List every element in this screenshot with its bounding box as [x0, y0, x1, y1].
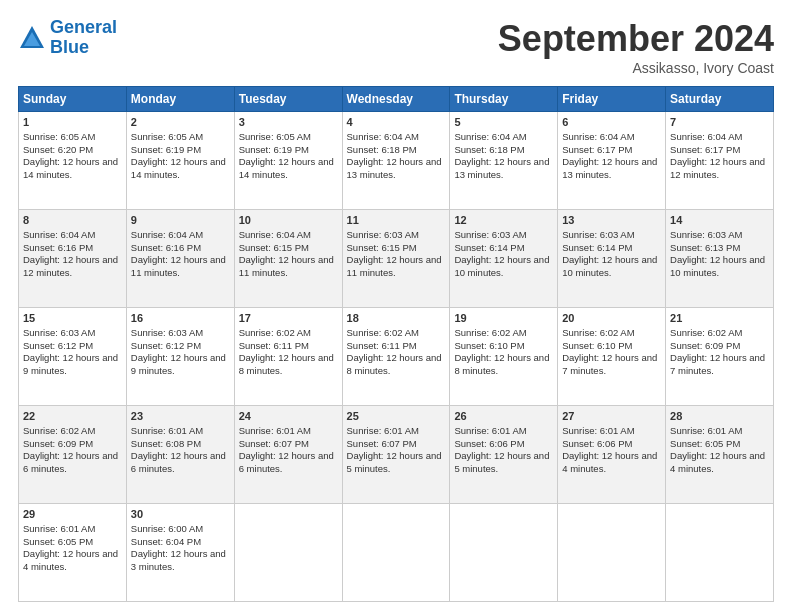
calendar-cell: [342, 504, 450, 602]
calendar-cell: [450, 504, 558, 602]
day-info: Sunrise: 6:02 AM: [239, 327, 338, 340]
day-info: Sunrise: 6:01 AM: [562, 425, 661, 438]
day-header-tuesday: Tuesday: [234, 87, 342, 112]
day-info: Daylight: 12 hours and 8 minutes.: [454, 352, 553, 378]
day-info: Sunset: 6:16 PM: [131, 242, 230, 255]
day-info: Sunrise: 6:02 AM: [23, 425, 122, 438]
location-subtitle: Assikasso, Ivory Coast: [498, 60, 774, 76]
calendar-cell: 12Sunrise: 6:03 AMSunset: 6:14 PMDayligh…: [450, 210, 558, 308]
day-info: Sunset: 6:06 PM: [454, 438, 553, 451]
day-number: 22: [23, 409, 122, 424]
day-info: Sunset: 6:20 PM: [23, 144, 122, 157]
day-info: Sunrise: 6:01 AM: [23, 523, 122, 536]
month-title: September 2024: [498, 18, 774, 60]
day-info: Daylight: 12 hours and 14 minutes.: [131, 156, 230, 182]
calendar-cell: 22Sunrise: 6:02 AMSunset: 6:09 PMDayligh…: [19, 406, 127, 504]
day-info: Sunset: 6:11 PM: [347, 340, 446, 353]
day-number: 29: [23, 507, 122, 522]
day-info: Daylight: 12 hours and 6 minutes.: [239, 450, 338, 476]
day-info: Sunrise: 6:03 AM: [454, 229, 553, 242]
calendar-table: SundayMondayTuesdayWednesdayThursdayFrid…: [18, 86, 774, 602]
calendar-cell: 21Sunrise: 6:02 AMSunset: 6:09 PMDayligh…: [666, 308, 774, 406]
day-info: Sunrise: 6:03 AM: [562, 229, 661, 242]
day-info: Sunrise: 6:00 AM: [131, 523, 230, 536]
day-number: 5: [454, 115, 553, 130]
day-info: Daylight: 12 hours and 10 minutes.: [454, 254, 553, 280]
day-info: Sunrise: 6:02 AM: [454, 327, 553, 340]
day-number: 2: [131, 115, 230, 130]
day-info: Sunrise: 6:01 AM: [347, 425, 446, 438]
day-info: Sunset: 6:07 PM: [347, 438, 446, 451]
day-header-wednesday: Wednesday: [342, 87, 450, 112]
day-info: Sunrise: 6:03 AM: [131, 327, 230, 340]
day-info: Sunset: 6:16 PM: [23, 242, 122, 255]
calendar-cell: 8Sunrise: 6:04 AMSunset: 6:16 PMDaylight…: [19, 210, 127, 308]
title-block: September 2024 Assikasso, Ivory Coast: [498, 18, 774, 76]
calendar-week-3: 15Sunrise: 6:03 AMSunset: 6:12 PMDayligh…: [19, 308, 774, 406]
logo: General Blue: [18, 18, 117, 58]
calendar-cell: 11Sunrise: 6:03 AMSunset: 6:15 PMDayligh…: [342, 210, 450, 308]
day-info: Daylight: 12 hours and 5 minutes.: [454, 450, 553, 476]
day-info: Daylight: 12 hours and 9 minutes.: [23, 352, 122, 378]
day-header-sunday: Sunday: [19, 87, 127, 112]
day-info: Sunset: 6:07 PM: [239, 438, 338, 451]
calendar-cell: 15Sunrise: 6:03 AMSunset: 6:12 PMDayligh…: [19, 308, 127, 406]
calendar-cell: [666, 504, 774, 602]
calendar-cell: 30Sunrise: 6:00 AMSunset: 6:04 PMDayligh…: [126, 504, 234, 602]
day-info: Sunset: 6:12 PM: [23, 340, 122, 353]
day-number: 20: [562, 311, 661, 326]
day-info: Sunset: 6:14 PM: [454, 242, 553, 255]
calendar-cell: 24Sunrise: 6:01 AMSunset: 6:07 PMDayligh…: [234, 406, 342, 504]
calendar-cell: 27Sunrise: 6:01 AMSunset: 6:06 PMDayligh…: [558, 406, 666, 504]
calendar-cell: 6Sunrise: 6:04 AMSunset: 6:17 PMDaylight…: [558, 112, 666, 210]
calendar-cell: [234, 504, 342, 602]
day-info: Sunrise: 6:03 AM: [23, 327, 122, 340]
calendar-cell: 1Sunrise: 6:05 AMSunset: 6:20 PMDaylight…: [19, 112, 127, 210]
calendar-week-5: 29Sunrise: 6:01 AMSunset: 6:05 PMDayligh…: [19, 504, 774, 602]
day-info: Daylight: 12 hours and 3 minutes.: [131, 548, 230, 574]
day-info: Sunrise: 6:03 AM: [670, 229, 769, 242]
day-info: Sunset: 6:15 PM: [347, 242, 446, 255]
day-info: Daylight: 12 hours and 10 minutes.: [670, 254, 769, 280]
day-info: Sunset: 6:18 PM: [454, 144, 553, 157]
day-number: 13: [562, 213, 661, 228]
day-info: Sunset: 6:19 PM: [239, 144, 338, 157]
day-info: Sunrise: 6:01 AM: [454, 425, 553, 438]
day-info: Sunset: 6:05 PM: [23, 536, 122, 549]
day-info: Sunset: 6:08 PM: [131, 438, 230, 451]
day-info: Daylight: 12 hours and 6 minutes.: [131, 450, 230, 476]
day-info: Daylight: 12 hours and 10 minutes.: [562, 254, 661, 280]
day-number: 28: [670, 409, 769, 424]
day-info: Sunrise: 6:01 AM: [670, 425, 769, 438]
day-info: Sunset: 6:15 PM: [239, 242, 338, 255]
day-number: 18: [347, 311, 446, 326]
calendar-cell: 14Sunrise: 6:03 AMSunset: 6:13 PMDayligh…: [666, 210, 774, 308]
calendar-week-2: 8Sunrise: 6:04 AMSunset: 6:16 PMDaylight…: [19, 210, 774, 308]
day-header-monday: Monday: [126, 87, 234, 112]
day-number: 4: [347, 115, 446, 130]
day-info: Sunrise: 6:05 AM: [131, 131, 230, 144]
day-info: Sunrise: 6:04 AM: [562, 131, 661, 144]
day-info: Daylight: 12 hours and 13 minutes.: [347, 156, 446, 182]
day-info: Sunrise: 6:05 AM: [23, 131, 122, 144]
page: General Blue September 2024 Assikasso, I…: [0, 0, 792, 612]
day-number: 8: [23, 213, 122, 228]
day-info: Daylight: 12 hours and 7 minutes.: [670, 352, 769, 378]
day-info: Daylight: 12 hours and 8 minutes.: [347, 352, 446, 378]
calendar-cell: 26Sunrise: 6:01 AMSunset: 6:06 PMDayligh…: [450, 406, 558, 504]
day-header-friday: Friday: [558, 87, 666, 112]
day-info: Daylight: 12 hours and 14 minutes.: [239, 156, 338, 182]
day-info: Sunrise: 6:04 AM: [670, 131, 769, 144]
calendar-cell: 5Sunrise: 6:04 AMSunset: 6:18 PMDaylight…: [450, 112, 558, 210]
day-info: Sunrise: 6:04 AM: [347, 131, 446, 144]
day-number: 19: [454, 311, 553, 326]
calendar-header-row: SundayMondayTuesdayWednesdayThursdayFrid…: [19, 87, 774, 112]
day-header-saturday: Saturday: [666, 87, 774, 112]
day-info: Sunset: 6:09 PM: [23, 438, 122, 451]
day-number: 27: [562, 409, 661, 424]
day-info: Sunset: 6:12 PM: [131, 340, 230, 353]
day-info: Sunrise: 6:02 AM: [670, 327, 769, 340]
day-header-thursday: Thursday: [450, 87, 558, 112]
logo-icon: [18, 24, 46, 52]
day-info: Sunset: 6:05 PM: [670, 438, 769, 451]
